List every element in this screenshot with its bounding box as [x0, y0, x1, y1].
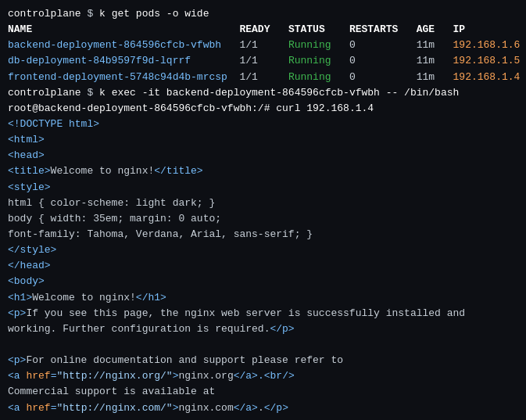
line-1: controlplane $ k get pods -o wide — [8, 6, 518, 22]
line-css-1: html { color-scheme: light dark; } — [8, 196, 518, 211]
col-restarts-header: RESTARTS — [349, 23, 417, 35]
cmd-exec: k exec -it backend-deployment-864596cfcb… — [99, 87, 459, 99]
a1-open: <a — [8, 370, 26, 382]
terminal: controlplane $ k get pods -o wide NAME R… — [0, 0, 526, 420]
style-open: <style> — [8, 181, 51, 193]
pod-age-3: 11m — [417, 71, 453, 83]
pod-age-1: 11m — [417, 39, 453, 51]
prompt-symbol-2: $ — [81, 87, 99, 99]
col-ip-header: IP — [453, 23, 526, 35]
pod-restarts-1: 0 — [349, 39, 417, 51]
table-row-2: db-deployment-84b9597f9d-lqrrf 1/1 Runni… — [8, 53, 518, 69]
h1-close: </h1> — [136, 292, 166, 303]
p1-open: <p> — [8, 307, 26, 319]
commercial-text: Commercial support is available at — [8, 386, 215, 397]
css-1: html { color-scheme: light dark; } — [8, 197, 215, 209]
pod-restarts-2: 0 — [349, 55, 417, 66]
style-close: </style> — [8, 244, 56, 256]
prompt-controlplane-2: controlplane — [8, 87, 81, 99]
a2-open: <a — [8, 402, 26, 414]
pod-ready-3: 1/1 — [239, 71, 288, 83]
line-p1: <p>If you see this page, the nginx web s… — [8, 306, 518, 321]
html-doctype: <!DOCTYPE html> — [8, 118, 99, 130]
line-a2: <a href="http://nginx.com/">nginx.com</a… — [8, 400, 518, 416]
pod-name-2: db-deployment-84b9597f9d-lqrrf — [8, 55, 239, 66]
pod-ip-2: 192.168.1.5 — [453, 55, 526, 66]
col-status-header: STATUS — [288, 23, 349, 35]
line-css-3: font-family: Tahoma, Verdana, Arial, san… — [8, 227, 518, 242]
line-p2: <p>For online documentation and support … — [8, 353, 518, 368]
a2-suffix: . — [258, 402, 264, 414]
line-empty1 — [8, 337, 518, 353]
p2-close: </p> — [264, 402, 288, 414]
line-css-2: body { width: 35em; margin: 0 auto; — [8, 211, 518, 227]
p1-close: </p> — [270, 323, 294, 335]
pod-status-2: Running — [288, 55, 349, 66]
col-ready-header: READY — [239, 23, 288, 35]
css-2: body { width: 35em; margin: 0 auto; — [8, 213, 221, 224]
pod-ready-2: 1/1 — [239, 55, 288, 66]
a1-href: "http://nginx.org/" — [56, 370, 172, 382]
pod-age-2: 11m — [417, 55, 453, 66]
line-title: <title>Welcome to nginx!</title> — [8, 163, 518, 179]
pod-ready-1: 1/1 — [239, 39, 288, 51]
p2-open: <p> — [8, 354, 26, 366]
pod-name-3: frontend-deployment-5748c94d4b-mrcsp — [8, 71, 239, 83]
table-row-1: backend-deployment-864596cfcb-vfwbh 1/1 … — [8, 38, 518, 53]
p1-content: If you see this page, the nginx web serv… — [26, 307, 465, 319]
pod-status-1: Running — [288, 39, 349, 51]
body-open: <body> — [8, 275, 45, 287]
line-html-open: <html> — [8, 132, 518, 148]
pod-status-3: Running — [288, 71, 349, 83]
pod-restarts-3: 0 — [349, 71, 417, 83]
p1b-content: working. Further configuration is requir… — [8, 323, 270, 335]
html-open: <html> — [8, 134, 45, 145]
line-head-open: <head> — [8, 148, 518, 163]
line-p1b: working. Further configuration is requir… — [8, 321, 518, 337]
line-empty2 — [8, 416, 518, 420]
a1-attr: href — [26, 370, 50, 382]
cmd-1: k get pods -o wide — [99, 8, 209, 20]
a2-text: nginx.com — [178, 402, 233, 414]
table-row-3: frontend-deployment-5748c94d4b-mrcsp 1/1… — [8, 70, 518, 85]
table-header: NAME READY STATUS RESTARTS AGE IP NODE — [8, 22, 518, 38]
line-style-close: </style> — [8, 242, 518, 258]
css-3: font-family: Tahoma, Verdana, Arial, san… — [8, 228, 313, 240]
prompt-controlplane: controlplane — [8, 8, 81, 20]
line-commercial: Commercial support is available at — [8, 384, 518, 400]
p2-content: For online documentation and support ple… — [26, 354, 343, 366]
br-tag: .<br/> — [258, 370, 295, 382]
root-prompt-1: root@backend-deployment-864596cfcb-vfwbh… — [8, 102, 276, 114]
a2-href: "http://nginx.com/" — [56, 402, 172, 414]
line-doctype: <!DOCTYPE html> — [8, 117, 518, 132]
pod-ip-1: 192.168.1.6 — [453, 39, 526, 51]
prompt-symbol-1: $ — [81, 8, 99, 20]
line-style-open: <style> — [8, 180, 518, 196]
a1-text: nginx.org — [178, 370, 233, 382]
cmd-curl: curl 192.168.1.4 — [276, 102, 374, 114]
a2-attr: href — [26, 402, 50, 414]
h1-open: <h1> — [8, 292, 32, 303]
line-exec: controlplane $ k exec -it backend-deploy… — [8, 85, 518, 101]
pod-ip-3: 192.168.1.4 — [453, 71, 526, 83]
title-content: Welcome to nginx! — [51, 165, 155, 177]
a1-close: </a> — [234, 370, 258, 382]
pod-name-1: backend-deployment-864596cfcb-vfwbh — [8, 39, 239, 51]
line-a1: <a href="http://nginx.org/">nginx.org</a… — [8, 368, 518, 384]
title-close: </title> — [154, 165, 202, 177]
line-h1: <h1>Welcome to nginx!</h1> — [8, 290, 518, 306]
a2-close: </a> — [234, 402, 258, 414]
col-age-header: AGE — [417, 23, 453, 35]
line-head-close: </head> — [8, 258, 518, 274]
head-close: </head> — [8, 260, 51, 271]
line-curl: root@backend-deployment-864596cfcb-vfwbh… — [8, 101, 518, 117]
line-body-open: <body> — [8, 274, 518, 289]
title-tag: <title> — [8, 165, 51, 177]
h1-content: Welcome to nginx! — [32, 292, 136, 303]
head-open: <head> — [8, 149, 45, 161]
col-name-header: NAME — [8, 23, 239, 35]
